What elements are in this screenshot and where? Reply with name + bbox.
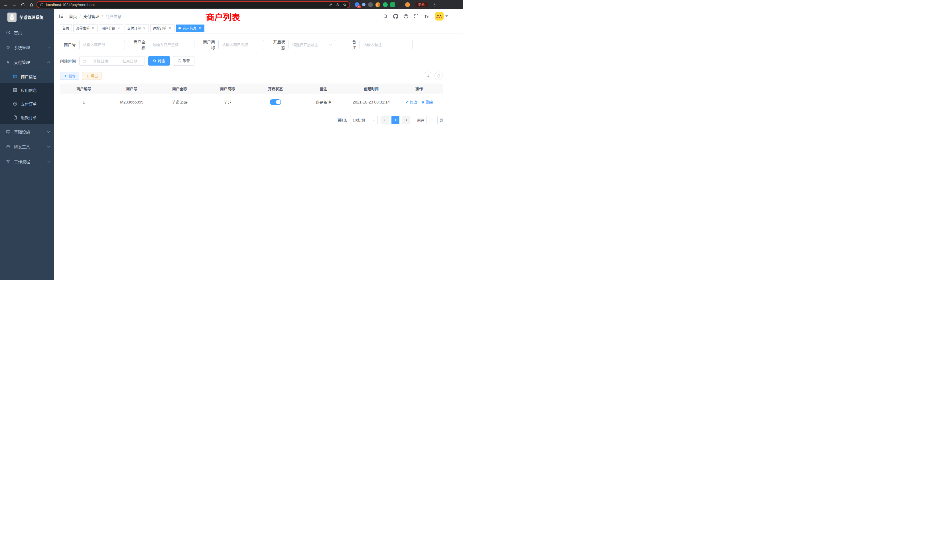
extension-icon-7[interactable] [398,2,402,7]
browser-update-button[interactable]: 更新 [415,2,428,8]
edit-button[interactable]: 修改 [406,99,417,104]
tags-view: 首页 流程表单 用户分组 支付订单 退款订单 [54,23,463,33]
user-avatar[interactable] [435,12,443,21]
browser-menu-icon[interactable]: ⋮ [432,2,436,7]
tab-home[interactable]: 首页 [60,24,72,32]
goto-suffix: 页 [439,117,443,123]
status-select[interactable]: 请选择开启状态 [289,40,335,49]
create-time-range-input[interactable]: 开始日期 - 结束日期 [79,56,145,65]
remark-label: 备注 [350,39,360,50]
extension-icon-4[interactable] [375,2,380,7]
tab-user-group[interactable]: 用户分组 [99,24,123,32]
sidebar-item-pay-order[interactable]: 支付订单 [0,97,54,110]
close-icon[interactable] [117,26,121,30]
extension-icon-1[interactable]: 10 [355,2,360,7]
cell-create-time: 2021-10-23 08:31:14 [347,94,395,110]
export-button[interactable]: 导出 [82,72,101,80]
page-number-1[interactable]: 1 [392,116,399,124]
page-size-select[interactable]: 10条/页 [350,116,378,124]
cell-merchant-no: M233666999 [108,94,156,110]
merchant-id-input[interactable] [79,40,125,49]
password-key-icon[interactable] [329,3,333,6]
app: 芋道管理系统 首页 ⚙ 系统管理 ¥ 支付管理 [0,9,463,280]
pay-submenu: 商户信息 应用信息 支付订单 [0,70,54,124]
goto-page-input[interactable] [426,116,437,124]
tab-refund-order[interactable]: 退款订单 [150,24,174,32]
screen: ← → localhost:1024/pay/merchant 10 [0,0,463,280]
sidebar-item-refund-order[interactable]: 退款订单 [0,110,54,124]
tab-merchant-info[interactable]: 商户信息 [176,24,204,32]
cell-remark: 我是备注 [300,94,347,110]
col-merchant-id: 商户编号 [60,83,108,94]
tab-process-form[interactable]: 流程表单 [73,24,97,32]
extension-icon-3[interactable] [368,2,373,7]
github-icon[interactable] [391,12,400,21]
extension-icon-5[interactable] [383,2,388,7]
status-toggle[interactable] [270,99,281,105]
sidebar-menu: 首页 ⚙ 系统管理 ¥ 支付管理 [0,25,54,280]
sidebar-item-infra[interactable]: 基础设施 [0,124,54,139]
short-name-input[interactable] [218,40,264,49]
search-button[interactable]: 搜索 [148,56,170,65]
browser-chrome: ← → localhost:1024/pay/merchant 10 [0,0,463,9]
browser-home-icon[interactable] [28,1,35,8]
close-icon[interactable] [168,26,172,30]
toolbox-icon [6,144,11,149]
extension-icon-8[interactable] [405,2,410,7]
browser-forward-icon[interactable]: → [11,1,18,8]
logo-rabbit-icon [8,12,17,22]
sidebar-item-home[interactable]: 首页 [0,25,54,40]
full-name-input[interactable] [149,40,194,49]
reset-button[interactable]: 重置 [173,56,194,65]
delete-button[interactable]: 删除 [421,99,433,104]
sidebar: 芋道管理系统 首页 ⚙ 系统管理 ¥ 支付管理 [0,9,54,280]
prev-page-button[interactable] [381,116,389,124]
filter-row-2: 创建时间 开始日期 - 结束日期 搜索 重置 [60,56,443,65]
sidebar-fold-icon[interactable] [58,13,64,20]
breadcrumb-pay[interactable]: 支付管理 [83,14,99,19]
dashboard-icon [6,30,11,35]
chevron-down-icon [47,45,50,48]
workflow-icon [6,159,11,164]
extension-icon-2[interactable] [362,3,366,6]
app-logo[interactable]: 芋道管理系统 [0,9,54,25]
remark-input[interactable] [360,40,413,49]
font-size-icon[interactable] [422,12,431,21]
chevron-down-icon [47,160,50,162]
add-button[interactable]: 新增 [60,72,79,80]
cell-merchant-id: 1 [60,94,108,110]
tab-pay-order[interactable]: 支付订单 [125,24,149,32]
next-page-button[interactable] [402,116,410,124]
sidebar-item-workflow[interactable]: 工作流程 [0,154,54,169]
sidebar-item-app-info[interactable]: 应用信息 [0,83,54,97]
share-icon[interactable] [336,3,340,6]
sidebar-item-system[interactable]: ⚙ 系统管理 [0,40,54,55]
col-status: 开启状态 [251,83,300,94]
breadcrumb-home[interactable]: 首页 [69,14,77,19]
sidebar-item-dev-tools[interactable]: 研发工具 [0,139,54,154]
browser-back-icon[interactable]: ← [2,1,9,8]
user-menu[interactable] [435,12,448,21]
hide-search-button[interactable] [424,71,432,80]
refresh-table-button[interactable] [434,71,443,80]
extension-icon-6[interactable] [390,2,395,7]
close-icon[interactable] [142,26,146,30]
address-bar[interactable]: localhost:1024/pay/merchant [36,1,350,8]
cell-full-name: 芋道源码 [156,94,204,110]
app-navbar: 首页 / 支付管理 / 商户信息 [54,9,463,23]
col-short-name: 商户简称 [204,83,251,94]
search-icon[interactable] [381,12,390,21]
bookmark-star-icon[interactable] [343,3,346,6]
sidebar-item-merchant-info[interactable]: 商户信息 [0,70,54,83]
site-info-icon[interactable] [40,3,44,6]
close-icon[interactable] [91,26,95,30]
credit-card-icon [12,74,17,79]
sidebar-item-pay[interactable]: ¥ 支付管理 [0,55,54,70]
browser-reload-icon[interactable] [20,1,26,8]
end-date-placeholder: 结束日期 [118,58,142,64]
close-icon[interactable] [198,26,202,30]
help-icon[interactable] [401,12,410,21]
cell-actions: 修改 删除 [395,94,443,110]
chevron-down-icon [329,42,332,45]
fullscreen-icon[interactable] [412,12,421,21]
